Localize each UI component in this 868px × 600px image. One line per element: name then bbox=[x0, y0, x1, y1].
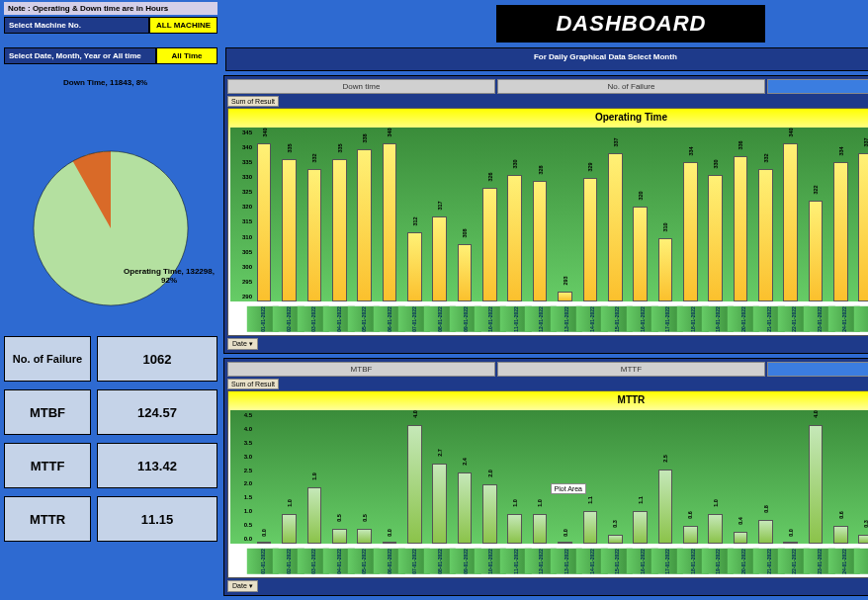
tab-mttr[interactable]: MTTR bbox=[767, 362, 868, 377]
panel-daily-mttr: MTBF MTTF MTTR Sum of Result MTTR Plot A… bbox=[223, 358, 868, 596]
kpi-value-mttr: 11.15 bbox=[97, 496, 217, 542]
panel-daily-operating: Down time No. of Failure Operating Time … bbox=[223, 75, 868, 354]
bar[interactable]: 336 bbox=[729, 128, 752, 301]
pie-svg bbox=[4, 75, 217, 332]
kpi-grid: No. of Failure 1062 MTBF 124.57 MTTF 113… bbox=[4, 336, 217, 542]
bar[interactable]: 335 bbox=[327, 128, 351, 301]
bar[interactable]: 326 bbox=[477, 128, 501, 301]
bar[interactable]: 329 bbox=[578, 128, 602, 301]
tab-downtime[interactable]: Down time bbox=[227, 79, 495, 94]
bar[interactable]: 2.4 bbox=[453, 410, 477, 544]
dashboard-title: DASHBOARD bbox=[496, 5, 765, 43]
bar[interactable]: 340 bbox=[252, 128, 276, 301]
bar[interactable]: 337 bbox=[854, 128, 868, 301]
bar[interactable]: 1.1 bbox=[578, 410, 602, 544]
sum-of-result: Sum of Result bbox=[227, 379, 279, 389]
bar[interactable]: 317 bbox=[428, 128, 452, 301]
bar[interactable]: 328 bbox=[528, 128, 552, 301]
bar[interactable]: 322 bbox=[804, 128, 827, 301]
bar[interactable]: 340 bbox=[779, 128, 803, 301]
chart-title: MTTR bbox=[228, 391, 868, 408]
bar[interactable]: 332 bbox=[753, 128, 777, 301]
kpi-label-mtbf: MTBF bbox=[4, 389, 91, 435]
date-selector[interactable]: Date ▾ bbox=[227, 580, 258, 592]
bar[interactable]: 330 bbox=[503, 128, 527, 301]
kpi-value-mtbf: 124.57 bbox=[97, 389, 217, 435]
bar[interactable]: 0.0 bbox=[378, 410, 401, 544]
bar[interactable]: 0.0 bbox=[553, 410, 576, 544]
kpi-row: No. of Failure 1062 bbox=[4, 336, 217, 382]
bar[interactable]: 320 bbox=[628, 128, 651, 301]
period-label: Select Date, Month, Year or All time bbox=[4, 47, 156, 64]
tab-operating[interactable]: Operating Time bbox=[767, 79, 868, 94]
bar[interactable]: 335 bbox=[277, 128, 301, 301]
x-tick: 25-01-2022 bbox=[854, 549, 868, 574]
bar[interactable]: 330 bbox=[703, 128, 727, 301]
kpi-row: MTBF 124.57 bbox=[4, 389, 217, 435]
bar[interactable]: 1.0 bbox=[703, 410, 727, 544]
dashboard-title-wrap: DASHBOARD bbox=[221, 0, 868, 47]
bar[interactable]: 0.0 bbox=[779, 410, 803, 544]
bar[interactable]: 0.6 bbox=[828, 410, 852, 544]
machine-select[interactable]: ALL MACHINE bbox=[149, 17, 217, 34]
bar[interactable]: 308 bbox=[453, 128, 477, 301]
bar[interactable]: 4.0 bbox=[804, 410, 827, 544]
bar[interactable]: 338 bbox=[352, 128, 376, 301]
bar[interactable]: 1.9 bbox=[303, 410, 326, 544]
chart-daily-mttr: MTTR Plot Area 4.54.03.53.02.52.01.51.00… bbox=[227, 390, 868, 578]
bar[interactable]: 332 bbox=[303, 128, 326, 301]
chart-daily-operating: Operating Time 3453403353303253203153103… bbox=[227, 108, 868, 336]
kpi-value-mttf: 113.42 bbox=[97, 443, 217, 488]
tab-mttf[interactable]: MTTF bbox=[497, 362, 765, 377]
bar[interactable]: 334 bbox=[828, 128, 852, 301]
kpi-label-mttf: MTTF bbox=[4, 443, 91, 488]
bar[interactable]: 2.0 bbox=[477, 410, 501, 544]
sum-of-result: Sum of Result bbox=[227, 96, 279, 107]
bar[interactable]: 0.5 bbox=[327, 410, 351, 544]
bar[interactable]: 1.0 bbox=[528, 410, 552, 544]
bar[interactable]: 4.0 bbox=[402, 410, 426, 544]
bar[interactable]: 0.3 bbox=[603, 410, 627, 544]
date-selector[interactable]: Date ▾ bbox=[227, 338, 258, 350]
bar[interactable]: 1.1 bbox=[628, 410, 651, 544]
tab-failures[interactable]: No. of Failure bbox=[497, 79, 765, 94]
bar[interactable]: 337 bbox=[603, 128, 627, 301]
bar[interactable]: 0.3 bbox=[854, 410, 868, 544]
daily-selector-label: For Daily Graphical Data Select Month bbox=[225, 47, 868, 71]
kpi-label-mttr: MTTR bbox=[4, 496, 91, 542]
note-banner: Note : Operating & Down time are in Hour… bbox=[4, 2, 217, 15]
kpi-row: MTTR 11.15 bbox=[4, 496, 217, 542]
bar[interactable]: 310 bbox=[653, 128, 677, 301]
x-tick: 25-01-2022 bbox=[854, 306, 868, 332]
pie-chart: Down Time, 11843, 8% Operating Time, 132… bbox=[4, 75, 217, 332]
period-select[interactable]: All Time bbox=[156, 47, 217, 64]
chart-title: Operating Time bbox=[228, 109, 868, 126]
bar[interactable]: 340 bbox=[378, 128, 401, 301]
bar[interactable]: 2.7 bbox=[428, 410, 452, 544]
pie-down-label: Down Time, 11843, 8% bbox=[63, 79, 147, 88]
bar[interactable]: 2.5 bbox=[653, 410, 677, 544]
kpi-value-failures: 1062 bbox=[97, 336, 217, 382]
pie-op-label: Operating Time, 132298, 92% bbox=[121, 268, 217, 286]
bar[interactable]: 0.8 bbox=[753, 410, 777, 544]
bar[interactable]: 0.5 bbox=[352, 410, 376, 544]
tab-mtbf[interactable]: MTBF bbox=[227, 362, 495, 377]
bar[interactable]: 0.4 bbox=[729, 410, 752, 544]
kpi-label-failures: No. of Failure bbox=[4, 336, 91, 382]
machine-label: Select Machine No. bbox=[4, 17, 149, 34]
bar[interactable]: 1.0 bbox=[503, 410, 527, 544]
bar[interactable]: 334 bbox=[678, 128, 702, 301]
bar[interactable]: 312 bbox=[402, 128, 426, 301]
kpi-row: MTTF 113.42 bbox=[4, 443, 217, 488]
bar[interactable]: 0.0 bbox=[252, 410, 276, 544]
bar[interactable]: 293 bbox=[553, 128, 576, 301]
bar[interactable]: 1.0 bbox=[277, 410, 301, 544]
header-controls: Note : Operating & Down time are in Hour… bbox=[0, 0, 221, 47]
bar[interactable]: 0.6 bbox=[678, 410, 702, 544]
